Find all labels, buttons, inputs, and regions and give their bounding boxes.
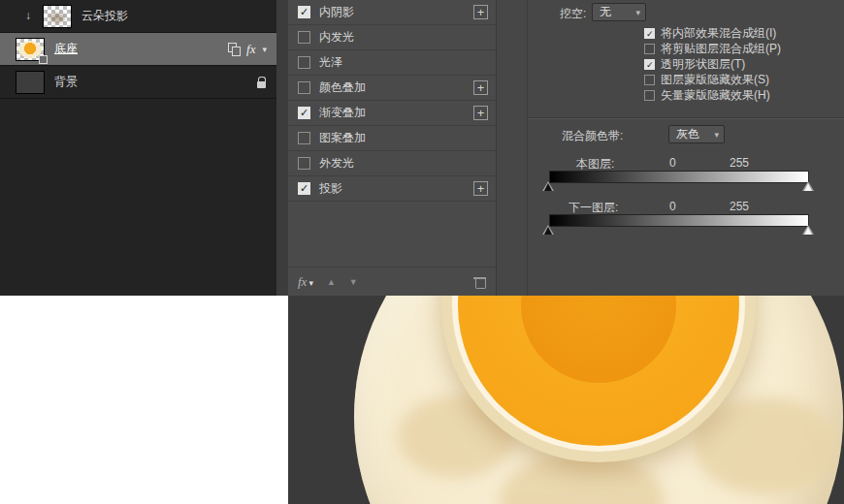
effect-label[interactable]: 颜色叠加 <box>319 79 366 96</box>
document-canvas[interactable] <box>288 296 844 504</box>
knockout-dropdown[interactable]: 无 <box>592 3 646 21</box>
option-blend-clipped-layers[interactable]: 将剪贴图层混合成组(P) <box>644 41 781 57</box>
layers-panel: ↓ 云朵投影 底座 fx 背景 <box>0 0 276 296</box>
move-effect-down-icon[interactable] <box>349 277 358 287</box>
effect-label[interactable]: 投影 <box>319 180 342 197</box>
clipping-mask-arrow-icon: ↓ <box>25 9 31 22</box>
panel-gap <box>276 0 288 296</box>
delete-effect-trash-icon[interactable] <box>473 275 486 289</box>
option-layer-mask-hides-effects[interactable]: 图层蒙版隐藏效果(S) <box>644 72 769 88</box>
underlying-layer-black-slider[interactable] <box>542 225 554 235</box>
effect-label[interactable]: 光泽 <box>319 54 342 71</box>
effect-checkbox[interactable] <box>298 6 310 18</box>
knockout-label: 挖空: <box>560 6 586 22</box>
this-layer-white-slider[interactable] <box>802 181 814 191</box>
effect-label[interactable]: 渐变叠加 <box>319 105 366 121</box>
underlying-layer-min-value: 0 <box>669 200 676 213</box>
blend-if-dropdown[interactable]: 灰色 <box>668 125 725 143</box>
blend-if-value: 灰色 <box>676 126 699 142</box>
layer-style-dialog: 内阴影 内发光 光泽 颜色叠加 渐变叠加 <box>288 0 844 296</box>
layer-row-base-selected[interactable]: 底座 fx <box>0 33 276 66</box>
underlying-layer-max-value: 255 <box>730 200 749 213</box>
effect-label[interactable]: 内阴影 <box>319 4 354 20</box>
knockout-value: 无 <box>600 4 611 20</box>
collapse-effects-chevron-icon[interactable] <box>262 45 267 54</box>
effect-checkbox[interactable] <box>298 157 310 170</box>
option-transparency-shapes-layer[interactable]: 透明形状图层(T) <box>644 56 745 73</box>
effect-checkbox[interactable] <box>298 132 310 144</box>
option-blend-interior-effects[interactable]: 将内部效果混合成组(I) <box>644 25 776 42</box>
effect-checkbox[interactable] <box>298 56 310 69</box>
layer-style-effects-list: 内阴影 内发光 光泽 颜色叠加 渐变叠加 <box>288 0 497 296</box>
effect-checkbox[interactable] <box>298 31 310 44</box>
layer-name[interactable]: 背景 <box>54 74 78 90</box>
copy-layer-icon <box>228 43 240 55</box>
chevron-down-icon <box>708 130 719 140</box>
effect-row-drop-shadow[interactable]: 投影 <box>288 176 496 202</box>
cloud-shadow-blob <box>694 397 839 494</box>
this-layer-max-value: 255 <box>730 156 749 170</box>
option-checkbox[interactable] <box>644 44 655 54</box>
effect-label[interactable]: 内发光 <box>319 29 354 46</box>
effect-row-outer-glow[interactable]: 外发光 <box>288 151 496 176</box>
lock-icon[interactable] <box>257 77 267 88</box>
this-layer-black-slider[interactable] <box>542 181 554 191</box>
layer-thumbnail[interactable] <box>43 5 72 28</box>
add-effect-fx-button[interactable]: fx <box>298 274 313 290</box>
chevron-down-icon <box>630 8 640 17</box>
fx-icon: fx <box>298 274 307 290</box>
underlying-layer-gradient-bar <box>549 214 809 227</box>
option-checkbox[interactable] <box>644 75 655 85</box>
effect-row-color-overlay[interactable]: 颜色叠加 <box>288 76 496 101</box>
option-checkbox[interactable] <box>644 28 655 39</box>
move-effect-up-icon[interactable] <box>327 277 336 287</box>
add-effect-instance-button[interactable] <box>473 181 488 196</box>
add-effect-instance-button[interactable] <box>473 5 488 19</box>
option-vector-mask-hides-effects[interactable]: 矢量蒙版隐藏效果(H) <box>644 87 770 104</box>
layer-name[interactable]: 云朵投影 <box>81 8 128 24</box>
layer-thumbnail[interactable] <box>16 38 45 61</box>
effect-label[interactable]: 图案叠加 <box>319 130 366 146</box>
this-layer-min-value: 0 <box>669 156 676 170</box>
underlying-layer-white-slider[interactable] <box>802 225 814 235</box>
section-divider <box>528 117 844 118</box>
effect-row-gradient-overlay[interactable]: 渐变叠加 <box>288 101 496 126</box>
layer-row-cloud-shadow[interactable]: ↓ 云朵投影 <box>0 0 276 33</box>
thumbnail-content <box>49 14 65 22</box>
option-checkbox[interactable] <box>644 59 655 70</box>
effect-label[interactable]: 外发光 <box>319 155 354 172</box>
layer-row-background[interactable]: 背景 <box>0 66 276 99</box>
effect-checkbox[interactable] <box>298 107 310 119</box>
empty-area <box>0 296 288 504</box>
honey-pot-base-artwork <box>354 296 843 504</box>
option-checkbox[interactable] <box>644 90 655 101</box>
advanced-blending-section: 挖空: 无 将内部效果混合成组(I) 将剪贴图层混合成组(P) 透明形状图层(T… <box>527 0 844 296</box>
add-effect-instance-button[interactable] <box>473 80 488 95</box>
blend-if-label: 混合颜色带: <box>562 128 623 144</box>
add-effect-instance-button[interactable] <box>473 106 488 120</box>
effect-checkbox[interactable] <box>298 182 310 195</box>
layer-thumbnail[interactable] <box>16 71 45 94</box>
this-layer-gradient-bar <box>549 171 809 183</box>
layer-name[interactable]: 底座 <box>54 41 78 57</box>
effect-row-inner-glow[interactable]: 内发光 <box>288 25 496 50</box>
layer-effects-fx-badge[interactable]: fx <box>246 42 255 57</box>
effect-row-inner-shadow[interactable]: 内阴影 <box>288 0 496 25</box>
effects-list-footer: fx <box>288 267 496 296</box>
effect-row-pattern-overlay[interactable]: 图案叠加 <box>288 126 496 151</box>
effect-checkbox[interactable] <box>298 81 310 94</box>
photoshop-workspace: ↓ 云朵投影 底座 fx 背景 <box>0 0 844 504</box>
effect-row-satin[interactable]: 光泽 <box>288 50 496 76</box>
chevron-down-icon <box>308 278 313 288</box>
thumbnail-badge-icon <box>39 55 48 64</box>
